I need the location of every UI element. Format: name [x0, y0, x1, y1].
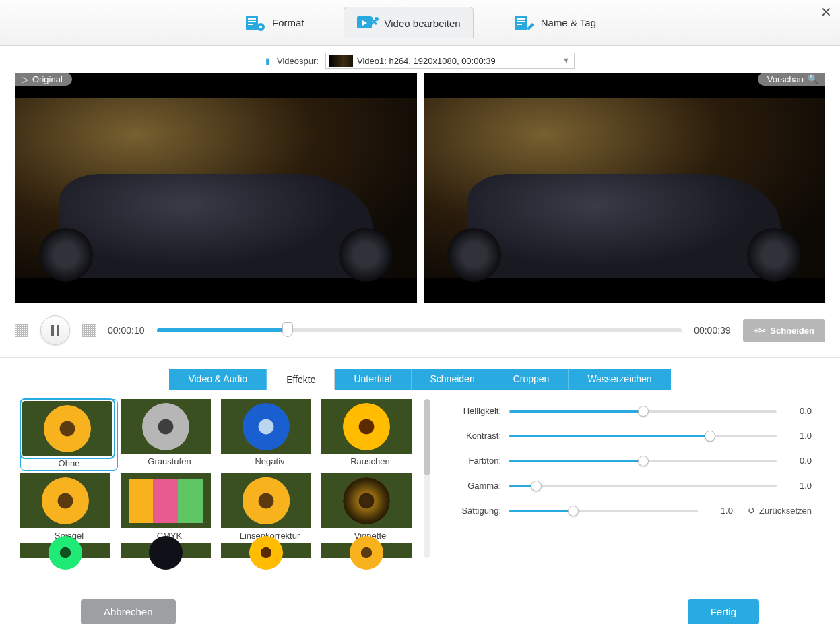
cut-button[interactable]: +✂ Schneiden [743, 319, 825, 342]
reset-icon: ↺ [748, 506, 755, 516]
param-label: Farbton: [443, 456, 501, 466]
param-thumb[interactable] [568, 506, 579, 516]
format-icon [244, 13, 267, 33]
original-badge: ▷ Original [15, 73, 72, 86]
sub-tab-bar: Video & Audio Effekte Untertitel Schneid… [0, 369, 840, 390]
grid-handle-left[interactable] [15, 324, 28, 337]
param-label: Sättigung: [443, 506, 501, 516]
param-row-brightness: Helligkeit:0.0 [443, 406, 812, 416]
done-button[interactable]: Fertig [688, 599, 759, 624]
param-thumb[interactable] [638, 406, 649, 417]
param-label: Kontrast: [443, 431, 501, 441]
svg-rect-11 [517, 18, 525, 20]
pause-button[interactable] [40, 315, 70, 345]
magnifier-icon[interactable]: 🔍 [808, 74, 818, 84]
timeline-handle[interactable] [282, 322, 293, 337]
param-label: Helligkeit: [443, 406, 501, 416]
effect-item-partial[interactable] [121, 543, 218, 558]
tab-format-label: Format [272, 17, 304, 28]
param-slider-brightness[interactable] [509, 410, 777, 413]
param-label: Gamma: [443, 481, 501, 491]
param-slider-gamma[interactable] [509, 485, 777, 487]
grid-handle-right[interactable] [82, 324, 96, 337]
param-value: 0.0 [785, 456, 812, 466]
cancel-button[interactable]: Abbrechen [81, 599, 176, 624]
subtab-watermark[interactable]: Wasserzeichen [569, 369, 670, 390]
video-track-selected: Video1: h264, 1920x1080, 00:00:39 [357, 56, 496, 66]
subtab-subtitles[interactable]: Untertitel [335, 369, 411, 390]
effect-label: Rauschen [321, 454, 419, 466]
subtab-video-audio[interactable]: Video & Audio [169, 369, 267, 390]
video-edit-icon [356, 13, 379, 33]
close-icon[interactable]: ✕ [820, 4, 832, 20]
effects-scrollbar[interactable] [424, 399, 430, 558]
params-column: Helligkeit:0.0Kontrast:1.0Farbton:0.0Gam… [443, 399, 825, 558]
film-icon: ▮ [265, 56, 270, 66]
param-thumb[interactable] [705, 431, 715, 442]
svg-rect-1 [248, 18, 256, 20]
subtab-effects[interactable]: Effekte [267, 369, 335, 390]
effect-item-cmyk[interactable]: CMYK [121, 473, 218, 541]
effect-item-gray[interactable]: Graustufen [121, 399, 218, 471]
effect-label: Negativ [221, 454, 319, 466]
tab-name-tag[interactable]: Name & Tag [500, 7, 608, 38]
preview-area: ▷ Original Vorschau 🔍 [0, 73, 840, 303]
param-row-hue: Farbton:0.0 [443, 456, 812, 466]
svg-point-9 [375, 17, 379, 21]
timeline-slider[interactable] [157, 328, 682, 332]
reset-button[interactable]: ↺Zurücksetzen [748, 506, 812, 516]
footer: Abbrechen Fertig [0, 588, 840, 635]
param-slider-hue[interactable] [509, 460, 777, 462]
param-value: 1.0 [706, 506, 733, 516]
effect-item-partial[interactable] [321, 543, 419, 558]
tab-video-edit[interactable]: Video bearbeiten [344, 7, 474, 38]
tab-name-tag-label: Name & Tag [541, 17, 596, 28]
effect-item-neg[interactable]: Negativ [221, 399, 319, 471]
effect-item-mirror[interactable]: Spiegel [20, 473, 118, 541]
effects-grid: OhneGraustufenNegativRauschenSpiegelCMYK… [20, 399, 419, 558]
param-row-contrast: Kontrast:1.0 [443, 431, 812, 441]
effect-item-partial[interactable] [221, 543, 319, 558]
preview-badge: Vorschau 🔍 [758, 73, 825, 86]
time-total: 00:00:39 [694, 325, 731, 336]
original-video-pane[interactable] [15, 73, 417, 303]
top-tab-bar: Format Video bearbeiten Name & Tag ✕ [0, 0, 840, 46]
svg-rect-0 [246, 16, 258, 30]
param-thumb[interactable] [638, 456, 649, 466]
param-row-saturation: Sättigung:1.0↺Zurücksetzen [443, 506, 812, 516]
effect-label: Ohne [22, 456, 116, 468]
effect-item-noise[interactable]: Rauschen [321, 399, 419, 471]
svg-rect-13 [517, 24, 522, 25]
preview-video-pane[interactable] [424, 73, 826, 303]
param-value: 1.0 [785, 481, 812, 491]
time-current: 00:00:10 [108, 325, 145, 336]
param-thumb[interactable] [531, 481, 542, 491]
param-row-gamma: Gamma:1.0 [443, 481, 812, 491]
effect-item-lens[interactable]: Linsenkorrektur [221, 473, 319, 541]
svg-rect-3 [248, 24, 253, 25]
chevron-down-icon: ▼ [562, 56, 570, 64]
svg-rect-14 [51, 325, 54, 336]
param-slider-contrast[interactable] [509, 435, 777, 437]
effect-item-partial[interactable] [20, 543, 118, 558]
name-tag-icon [513, 13, 536, 33]
video-track-label: Videospur: [277, 56, 319, 66]
svg-point-5 [259, 26, 262, 28]
svg-point-8 [369, 17, 373, 21]
effect-label: Graustufen [121, 454, 218, 466]
svg-rect-15 [57, 325, 59, 336]
effect-item-none[interactable]: Ohne [20, 399, 118, 471]
tab-format[interactable]: Format [232, 7, 317, 38]
video-track-row: ▮ Videospur: Video1: h264, 1920x1080, 00… [0, 46, 840, 73]
svg-rect-12 [517, 21, 525, 22]
param-value: 0.0 [785, 406, 812, 416]
play-small-icon: ▷ [22, 74, 28, 84]
video-track-thumb [329, 55, 353, 67]
subtab-crop[interactable]: Croppen [494, 369, 569, 390]
video-track-select[interactable]: Video1: h264, 1920x1080, 00:00:39 ▼ [325, 53, 575, 69]
effect-item-vign[interactable]: Vignette [321, 473, 419, 541]
subtab-cut[interactable]: Schneiden [412, 369, 494, 390]
param-slider-saturation[interactable] [509, 510, 698, 512]
effects-scroll-thumb[interactable] [424, 399, 430, 475]
svg-rect-2 [248, 21, 256, 22]
